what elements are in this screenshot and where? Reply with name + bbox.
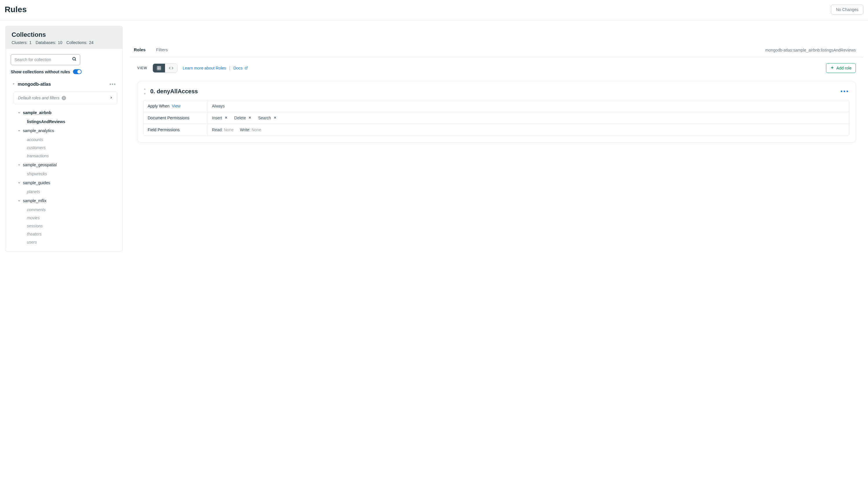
doc-permissions-label: Document Permissions bbox=[144, 112, 208, 124]
svg-rect-3 bbox=[159, 66, 160, 68]
db-item-sample-guides[interactable]: sample_guides bbox=[11, 178, 117, 188]
show-collections-toggle-row: Show collections without rules bbox=[11, 69, 117, 74]
x-icon bbox=[224, 116, 228, 120]
read-perm: Read: None bbox=[212, 127, 234, 132]
info-icon: i bbox=[62, 96, 66, 100]
default-roles-item[interactable]: Default roles and filters i bbox=[13, 92, 117, 104]
add-role-label: Add role bbox=[836, 66, 851, 70]
tab-roles[interactable]: Roles bbox=[133, 43, 147, 57]
svg-rect-4 bbox=[157, 68, 159, 70]
search-input[interactable] bbox=[11, 54, 80, 65]
learn-more-link[interactable]: Learn more about Roles bbox=[183, 66, 226, 70]
svg-line-6 bbox=[246, 67, 247, 68]
view-grid-button[interactable] bbox=[153, 64, 165, 72]
write-perm: Write: None bbox=[240, 127, 261, 132]
sidebar-header: Collections Clusters: 1 Databases: 10 Co… bbox=[5, 26, 123, 49]
db-item-sample-airbnb[interactable]: sample_airbnb bbox=[11, 108, 117, 118]
db-name: sample_guides bbox=[23, 180, 50, 185]
db-name: sample_airbnb bbox=[23, 110, 52, 115]
svg-line-1 bbox=[75, 60, 76, 61]
perm-search: Search bbox=[258, 116, 277, 120]
view-toolbar: VIEW Learn more about Roles | Docs bbox=[130, 57, 863, 79]
apply-when-label: Apply When View bbox=[144, 100, 208, 112]
table-row: Document Permissions Insert Delete Searc… bbox=[144, 112, 849, 124]
no-changes-button[interactable]: No Changes bbox=[831, 5, 863, 14]
x-icon bbox=[248, 116, 252, 120]
svg-rect-2 bbox=[157, 66, 159, 68]
cluster-more-icon[interactable]: ••• bbox=[110, 82, 116, 87]
view-toggle bbox=[153, 63, 178, 73]
code-icon bbox=[169, 66, 174, 70]
db-name: sample_analytics bbox=[23, 128, 54, 133]
add-role-button[interactable]: Add role bbox=[826, 63, 856, 73]
sidebar-title: Collections bbox=[11, 31, 116, 38]
view-code-button[interactable] bbox=[165, 64, 177, 72]
field-permissions-label: Field Permissions bbox=[144, 124, 208, 135]
docs-link[interactable]: Docs bbox=[234, 66, 248, 70]
view-label: VIEW bbox=[137, 66, 147, 70]
db-item-sample-analytics[interactable]: sample_analytics bbox=[11, 126, 117, 135]
table-row: Field Permissions Read: None Write: None bbox=[144, 124, 849, 135]
db-name: sample_mflix bbox=[23, 199, 46, 203]
svg-point-0 bbox=[73, 57, 75, 60]
role-more-icon[interactable]: ••• bbox=[840, 88, 849, 95]
search-wrap bbox=[11, 54, 117, 65]
tabs-row: Roles Filters mongodb-atlas:sample_airbn… bbox=[130, 43, 863, 57]
perm-delete: Delete bbox=[234, 116, 252, 120]
grid-icon bbox=[157, 66, 161, 70]
cluster-header[interactable]: mongodb-atlas ••• bbox=[11, 79, 117, 89]
clusters-stat: Clusters: 1 bbox=[11, 40, 32, 45]
search-icon bbox=[72, 57, 77, 63]
collection-item-listingsAndReviews[interactable]: listingsAndReviews bbox=[11, 118, 117, 126]
role-permissions-table: Apply When View Always Document Permissi… bbox=[143, 100, 849, 136]
main-panel: Roles Filters mongodb-atlas:sample_airbn… bbox=[130, 43, 863, 252]
role-sort-arrows: ▲ ▼ bbox=[143, 87, 146, 95]
collections-sidebar: Collections Clusters: 1 Databases: 10 Co… bbox=[5, 26, 123, 252]
sidebar-stats: Clusters: 1 Databases: 10 Collections: 2… bbox=[11, 40, 116, 45]
collection-item[interactable]: shipwrecks bbox=[11, 170, 117, 178]
db-name: sample_geospatial bbox=[23, 162, 57, 167]
doc-permissions-value: Insert Delete Search bbox=[208, 112, 849, 124]
chevron-down-icon bbox=[18, 128, 21, 133]
collection-item[interactable]: transactions bbox=[11, 152, 117, 160]
role-title: 0. denyAllAccess bbox=[150, 88, 198, 95]
databases-stat: Databases: 10 bbox=[36, 40, 62, 45]
collection-item[interactable]: theaters bbox=[11, 230, 117, 238]
default-roles-label: Default roles and filters bbox=[18, 96, 59, 100]
chevron-down-icon bbox=[18, 198, 21, 203]
toggle-label: Show collections without rules bbox=[11, 69, 70, 74]
help-links: Learn more about Roles | Docs bbox=[183, 65, 248, 71]
apply-when-view-link[interactable]: View bbox=[172, 104, 180, 108]
sort-down-icon[interactable]: ▼ bbox=[143, 92, 146, 95]
breadcrumb: mongodb-atlas:sample_airbnb:listingsAndR… bbox=[765, 48, 856, 53]
db-item-sample-geospatial[interactable]: sample_geospatial bbox=[11, 160, 117, 170]
x-icon bbox=[273, 116, 277, 120]
tab-filters[interactable]: Filters bbox=[155, 43, 169, 57]
db-item-sample-mflix[interactable]: sample_mflix bbox=[11, 196, 117, 206]
collection-item[interactable]: users bbox=[11, 238, 117, 246]
collection-item[interactable]: comments bbox=[11, 206, 117, 214]
collections-stat: Collections: 24 bbox=[66, 40, 94, 45]
collection-item[interactable]: movies bbox=[11, 214, 117, 222]
plus-icon bbox=[830, 66, 834, 70]
chevron-down-icon bbox=[18, 180, 21, 185]
chevron-right-icon bbox=[110, 95, 113, 100]
perm-insert: Insert bbox=[212, 116, 228, 120]
chevron-down-icon bbox=[18, 162, 21, 168]
field-permissions-value: Read: None Write: None bbox=[208, 124, 849, 135]
svg-rect-5 bbox=[159, 68, 160, 70]
collection-item[interactable]: accounts bbox=[11, 135, 117, 144]
table-row: Apply When View Always bbox=[144, 100, 849, 112]
collection-item[interactable]: customers bbox=[11, 144, 117, 152]
sort-up-icon[interactable]: ▲ bbox=[143, 87, 146, 90]
chevron-down-icon bbox=[12, 82, 16, 87]
collection-item[interactable]: planets bbox=[11, 188, 117, 196]
role-card: ▲ ▼ 0. denyAllAccess ••• Apply When View… bbox=[137, 81, 856, 143]
apply-when-value: Always bbox=[208, 100, 849, 112]
show-collections-toggle[interactable] bbox=[73, 69, 82, 74]
cluster-name: mongodb-atlas bbox=[18, 82, 51, 87]
external-link-icon bbox=[245, 66, 248, 70]
page-title: Rules bbox=[5, 5, 27, 14]
page-header: Rules No Changes bbox=[0, 0, 868, 21]
collection-item[interactable]: sessions bbox=[11, 222, 117, 230]
